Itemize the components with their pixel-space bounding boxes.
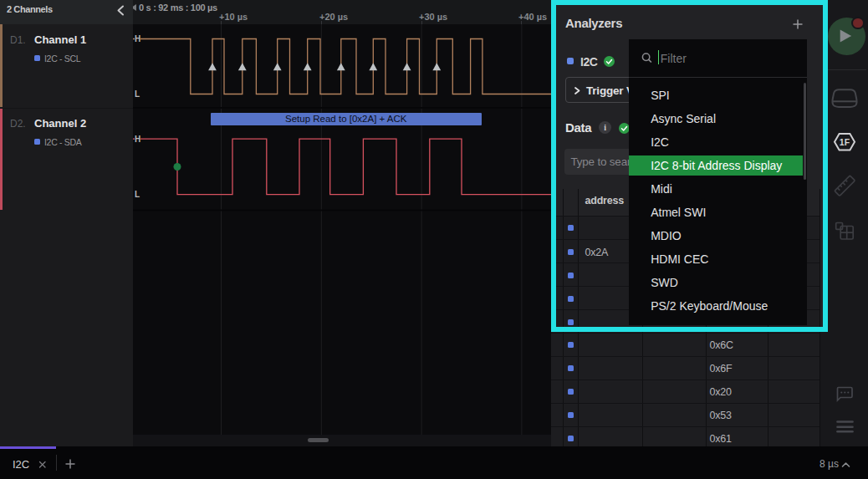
svg-text:1F: 1F	[840, 137, 850, 147]
